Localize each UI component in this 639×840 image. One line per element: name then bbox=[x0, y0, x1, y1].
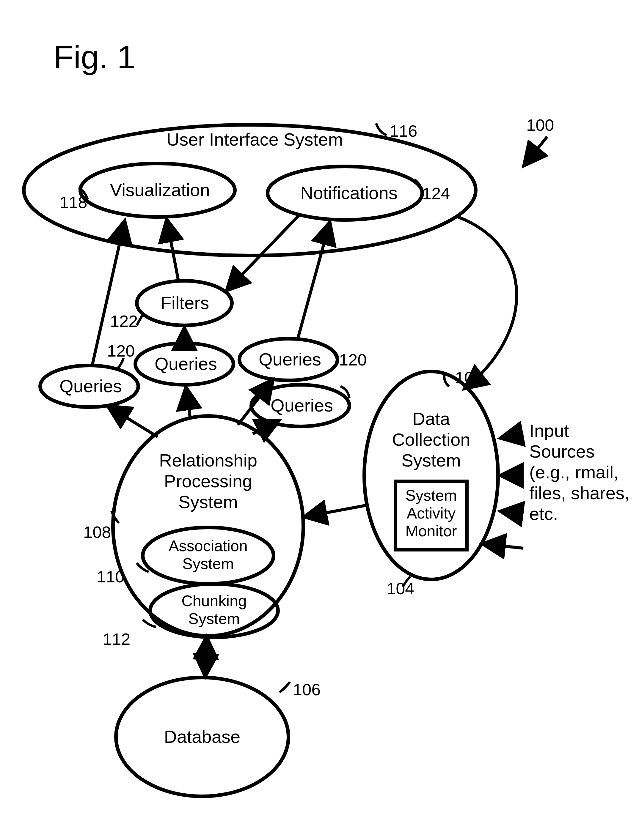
edge-input-4 bbox=[482, 544, 523, 548]
edge-input-1 bbox=[499, 434, 523, 438]
visualization-ref: 118 bbox=[59, 193, 87, 212]
association-label-1: Association bbox=[168, 537, 248, 555]
filters-label: Filters bbox=[161, 293, 209, 313]
edge-input-3 bbox=[499, 511, 523, 514]
sam-label-3: Monitor bbox=[405, 522, 457, 540]
notifications-label: Notifications bbox=[300, 183, 397, 203]
input-sources-2: Sources bbox=[529, 442, 595, 461]
filters-ref: 122 bbox=[110, 312, 138, 330]
rps-ref: 108 bbox=[83, 523, 111, 541]
rps-label-2: Processing bbox=[164, 471, 253, 491]
edge-dcs-to-rps bbox=[303, 505, 367, 517]
overall-ref: 100 bbox=[526, 116, 554, 134]
queries-a-ref: 120 bbox=[107, 341, 135, 360]
edge-rps-to-queries-b bbox=[186, 386, 190, 419]
chunking-label-2: System bbox=[188, 610, 240, 627]
dcs-label-2: Collection bbox=[392, 430, 470, 450]
ui-system-ref: 116 bbox=[389, 122, 417, 140]
figure-title: Fig. 1 bbox=[54, 39, 135, 75]
database-label: Database bbox=[164, 727, 240, 747]
chunking-label-1: Chunking bbox=[181, 592, 247, 609]
dcs-label-3: System bbox=[401, 450, 461, 471]
chunking-ref: 112 bbox=[103, 630, 130, 648]
queries-d-label: Queries bbox=[270, 396, 333, 415]
database-ref-tick bbox=[280, 682, 290, 692]
visualization-label: Visualization bbox=[110, 180, 210, 200]
input-sources-3: (e.g., rmail, bbox=[529, 462, 618, 482]
ui-system-label: User Interface System bbox=[167, 130, 343, 149]
diagram-canvas: Fig. 1 100 User Interface System 116 Vis… bbox=[0, 0, 639, 840]
edge-rps-database bbox=[205, 636, 207, 677]
queries-c-ref: 120 bbox=[339, 350, 367, 369]
queries-a-label: Queries bbox=[59, 376, 122, 396]
sam-ref: 104 bbox=[386, 579, 414, 598]
database-ref: 106 bbox=[293, 680, 321, 699]
notifications-ref: 124 bbox=[422, 184, 450, 203]
queries-b-label: Queries bbox=[155, 354, 217, 374]
edge-rps-to-queries-d bbox=[253, 420, 280, 434]
input-sources-1: Input bbox=[529, 421, 569, 441]
queries-c-label: Queries bbox=[259, 349, 321, 369]
sam-label-1: System bbox=[405, 487, 457, 504]
sam-label-2: Activity bbox=[407, 504, 456, 522]
input-sources-4: files, shares, bbox=[529, 483, 629, 503]
association-label-2: System bbox=[182, 555, 234, 572]
edge-ui-to-dcs bbox=[458, 217, 517, 389]
edge-queries-c-to-notifications bbox=[297, 221, 330, 340]
input-sources-5: etc. bbox=[529, 504, 558, 524]
overall-ref-arrow bbox=[523, 137, 547, 166]
queries-c-ref-tick bbox=[330, 349, 337, 361]
ui-system-ref-tick bbox=[376, 123, 386, 135]
dcs-label-1: Data bbox=[412, 409, 450, 429]
edge-rps-to-queries-c bbox=[238, 379, 273, 425]
edge-rps-to-queries-a bbox=[107, 406, 157, 437]
rps-label-3: System bbox=[178, 492, 238, 512]
rps-label-1: Relationship bbox=[159, 450, 257, 471]
association-ref: 110 bbox=[97, 567, 124, 586]
edge-notifications-to-filters bbox=[226, 214, 300, 291]
